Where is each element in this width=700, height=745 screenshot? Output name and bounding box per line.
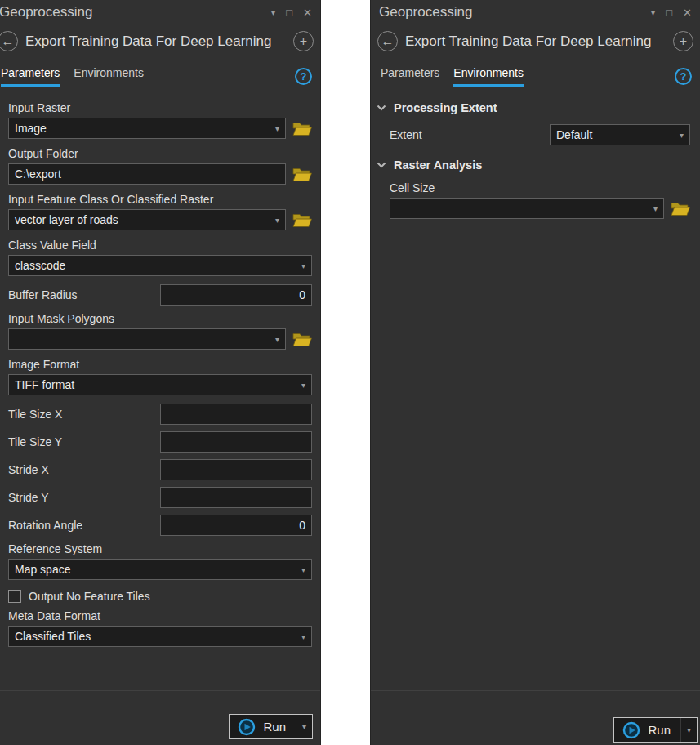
input-mask-polygons-combo[interactable]: ▾ [8,328,286,350]
run-options-button[interactable]: ▾ [680,718,697,742]
output-no-feature-tiles-checkbox[interactable] [8,590,21,603]
help-button[interactable]: ? [295,68,312,85]
section-raster-analysis[interactable]: Raster Analysis [376,154,692,181]
run-label: Run [648,723,671,737]
chevron-down-icon: ▾ [301,632,305,641]
input-raster-combo[interactable]: Image ▾ [8,118,286,139]
output-no-feature-tiles-label: Output No Feature Tiles [29,590,150,603]
pane-title: Geoprocessing [0,4,271,20]
meta-data-format-label: Meta Data Format [8,609,312,622]
section-title: Raster Analysis [394,158,482,172]
chevron-down-icon: ▾ [275,335,279,344]
help-button[interactable]: ? [675,68,692,85]
back-button[interactable]: ← [377,31,398,51]
input-mask-polygons-browse-button[interactable] [292,331,312,347]
input-mask-polygons-label: Input Mask Polygons [8,312,312,325]
float-pane-icon[interactable]: □ [666,7,672,18]
chevron-down-icon: ▾ [275,216,279,225]
run-button[interactable]: Run ▾ [613,717,698,743]
field-rotation-angle: Rotation Angle [8,515,312,536]
field-extent: Extent Default ▾ [390,124,690,145]
tab-environments[interactable]: Environments [74,66,144,87]
combo-value: Image [15,122,47,135]
cell-size-label: Cell Size [390,181,690,194]
tab-parameters[interactable]: Parameters [381,66,439,87]
input-feature-class-label: Input Feature Class Or Classified Raster [8,193,312,206]
tool-header: ← Export Training Data For Deep Learning… [371,22,700,55]
back-arrow-icon: ← [381,35,395,48]
close-icon[interactable]: ✕ [303,7,312,18]
stride-y-input[interactable] [160,487,312,508]
folder-icon [292,121,312,136]
output-folder-input[interactable] [8,163,286,185]
cell-size-browse-button[interactable] [671,200,690,216]
tab-environments[interactable]: Environments [453,66,524,87]
meta-data-format-combo[interactable]: Classified Tiles ▾ [8,626,312,647]
folder-icon [292,332,312,347]
back-button[interactable]: ← [0,31,18,51]
chevron-down-icon: ▾ [275,124,279,133]
close-icon[interactable]: ✕ [683,7,692,18]
section-processing-extent[interactable]: Processing Extent [376,96,692,124]
float-pane-icon[interactable]: □ [286,7,292,18]
pane-footer: Run ▾ [0,690,320,745]
input-raster-browse-button[interactable] [292,120,312,136]
image-format-label: Image Format [8,358,312,371]
field-tile-size-x: Tile Size X [8,404,312,425]
field-output-no-feature-tiles: Output No Feature Tiles [8,590,312,603]
tab-bar: Parameters Environments ? [371,55,700,87]
chevron-down-icon: ▾ [301,565,305,574]
back-arrow-icon: ← [2,35,15,48]
combo-value: Map space [15,563,70,576]
field-buffer-radius: Buffer Radius [8,284,312,306]
field-meta-data-format: Meta Data Format Classified Tiles ▾ [8,609,312,647]
chevron-down-icon: ▾ [302,722,306,731]
field-stride-y: Stride Y [8,487,312,508]
combo-value: Classified Tiles [15,630,91,643]
tab-parameters[interactable]: Parameters [1,66,60,87]
stride-x-input[interactable] [160,459,312,480]
pane-menu-icon[interactable]: ▾ [271,8,276,17]
field-input-raster: Input Raster Image ▾ [8,101,312,139]
add-to-model-button[interactable]: + [293,31,314,51]
image-format-combo[interactable]: TIFF format ▾ [8,374,312,395]
tile-size-y-input[interactable] [160,431,312,453]
field-reference-system: Reference System Map space ▾ [8,542,312,580]
run-button-main: Run [230,718,296,736]
chevron-down-icon: ▾ [680,131,684,140]
tool-title: Export Training Data For Deep Learning [25,33,286,50]
field-image-format: Image Format TIFF format ▾ [8,358,312,395]
pane-menu-icon[interactable]: ▾ [651,8,656,17]
run-options-button[interactable]: ▾ [296,715,312,738]
tile-size-x-input[interactable] [160,404,312,425]
buffer-radius-label: Buffer Radius [8,288,160,301]
pane-title: Geoprocessing [379,4,651,20]
chevron-down-icon [377,162,386,168]
cell-size-combo[interactable]: ▾ [390,198,664,219]
stride-y-label: Stride Y [8,491,160,504]
combo-value: classcode [15,259,65,272]
output-folder-browse-button[interactable] [292,166,312,182]
extent-combo[interactable]: Default ▾ [550,124,690,145]
run-play-icon [238,718,256,736]
rotation-angle-input[interactable] [160,515,312,536]
rotation-angle-label: Rotation Angle [8,519,160,532]
input-feature-class-combo[interactable]: vector layer of roads ▾ [8,209,286,230]
reference-system-combo[interactable]: Map space ▾ [8,559,312,580]
field-input-feature-class: Input Feature Class Or Classified Raster… [8,193,312,230]
input-feature-class-browse-button[interactable] [292,212,312,228]
titlebar-icons: ▾ □ ✕ [651,7,692,18]
plus-icon: + [300,35,307,48]
buffer-radius-input[interactable] [160,284,312,306]
run-button[interactable]: Run ▾ [229,714,313,739]
extent-label: Extent [390,128,550,141]
help-icon: ? [301,70,307,83]
class-value-field-combo[interactable]: classcode ▾ [8,255,312,276]
tile-size-x-label: Tile Size X [8,408,160,421]
add-to-model-button[interactable]: + [673,31,693,51]
chevron-down-icon: ▾ [301,261,305,270]
reference-system-label: Reference System [8,542,312,555]
combo-value: Default [556,128,592,141]
field-input-mask-polygons: Input Mask Polygons ▾ [8,312,312,350]
pane-titlebar: Geoprocessing ▾ □ ✕ [0,0,320,22]
